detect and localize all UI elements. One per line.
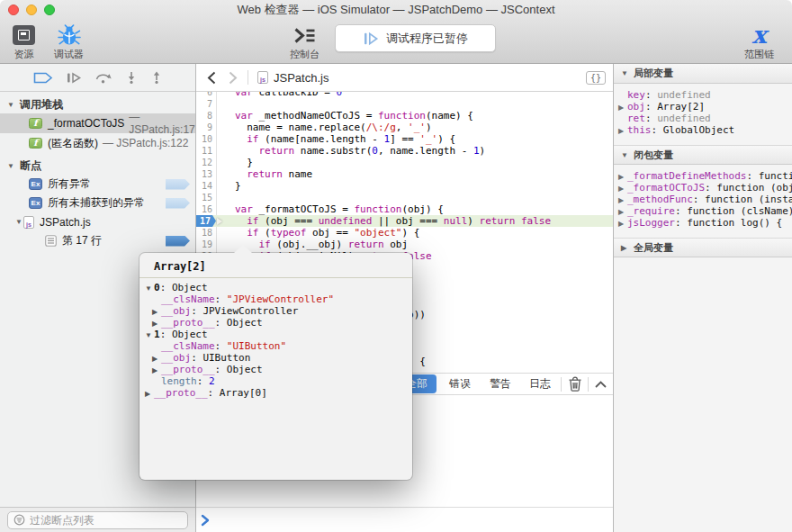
toolbar: 资源 调试器 (0, 20, 792, 64)
popover-property-row[interactable]: ▶__obj: JPViewController (140, 305, 412, 317)
call-stack-frame[interactable]: f(匿名函数)— JSPatch.js:122 (0, 133, 195, 153)
popover-property-row[interactable]: ▼0: Object (140, 282, 412, 293)
code-text (216, 98, 235, 110)
code-line: 18 if (typeof obj == "object") { (196, 227, 613, 239)
variable-name: key (627, 89, 645, 101)
breakpoint-row[interactable]: 第 17 行 (0, 231, 195, 250)
variable-row[interactable]: ▶this: GlobalObject (614, 124, 792, 136)
popover-rows: ▼0: Object __clsName: "JPViewController"… (140, 278, 412, 399)
breakpoint-filter-field[interactable] (7, 511, 188, 529)
line-number: 10 (196, 133, 216, 145)
frame-location: — JSPatch.js:17 (129, 111, 195, 136)
console-tab[interactable]: 控制台 (290, 23, 320, 61)
code-line: 13 return name (196, 168, 613, 180)
popover-title: Array[2] (140, 253, 412, 278)
debugger-tab[interactable]: 调试器 (54, 23, 84, 61)
collapse-console-button[interactable] (594, 380, 608, 389)
scope-section-title: 全局变量 (634, 241, 673, 255)
code-line: 8var _methodNameOCToJS = function(name) … (196, 110, 613, 122)
scope-chain-tab[interactable]: x 范围链 (744, 23, 774, 61)
popover-property-row[interactable]: ▶__proto__: Object (140, 317, 412, 329)
breakpoint-label: JSPatch.js (40, 216, 91, 229)
pretty-print-button[interactable]: {} (586, 71, 606, 85)
clear-console-button[interactable] (568, 376, 582, 392)
breakpoint-row[interactable]: Ex所有未捕获到的异常 (0, 194, 195, 212)
code-line: 14} (196, 180, 613, 192)
step-out-button[interactable] (150, 71, 163, 84)
scope-section-header[interactable]: ▼局部变量 (614, 64, 792, 84)
line-list-icon (45, 235, 57, 247)
current-execution-line: 17 if (obj === undefined || obj === null… (196, 215, 613, 227)
variable-row[interactable]: ▶_require: function (clsName) (614, 205, 792, 217)
continue-button[interactable] (66, 72, 82, 84)
popover-property-row[interactable]: ▶__proto__: Array[0] (140, 387, 412, 399)
toggle-breakpoints-button[interactable] (33, 72, 53, 84)
breakpoint-filter-input[interactable] (30, 514, 182, 527)
disclosure-open-icon: ▼ (7, 162, 15, 170)
line-number: 8 (196, 110, 216, 122)
scope-section-header[interactable]: ▼闭包变量 (614, 145, 792, 165)
code-line: 19 if (obj.__obj) return obj (196, 239, 613, 250)
variable-value: undefined (657, 113, 711, 124)
breakpoint-flag[interactable] (166, 179, 190, 190)
code-line: 12 } (196, 157, 613, 168)
forward-button[interactable] (229, 71, 238, 85)
variable-name: _methodFunc (627, 194, 693, 205)
line-17-breakpoint[interactable]: 17 (196, 215, 216, 227)
breakpoint-row[interactable]: ▼jsJSPatch.js (0, 212, 195, 231)
disclosure-closed-icon: ▶ (618, 171, 627, 182)
variable-row[interactable]: ▶jsLogger: function log() { (614, 217, 792, 229)
resources-tab[interactable]: 资源 (13, 23, 35, 61)
disclosure-open-icon: ▼ (621, 69, 629, 77)
console-prompt[interactable] (196, 507, 613, 532)
call-stack-frame[interactable]: f_formatOCToJS— JSPatch.js:17 (0, 113, 195, 133)
breakpoint-row[interactable]: Ex所有异常 (0, 175, 195, 194)
disclosure-open-icon: ▼ (7, 101, 15, 109)
exception-icon: Ex (29, 197, 42, 209)
file-breadcrumb[interactable]: js JSPatch.js (257, 71, 328, 85)
code-text: return name (216, 168, 312, 180)
breakpoint-flag[interactable] (166, 236, 190, 247)
breakpoint-flag[interactable] (166, 198, 190, 209)
popover-property-row[interactable]: ▶__proto__: Object (140, 364, 412, 375)
exception-icon: Ex (29, 178, 42, 190)
variable-value: Array[2] (657, 101, 705, 113)
breakpoints-header[interactable]: ▼ 断点 (0, 157, 195, 175)
popover-property-row[interactable]: ▶__obj: UIButton (140, 352, 412, 364)
code-line: 9 name = name.replace(/\:/g, '_') (196, 122, 613, 133)
popover-property-row[interactable]: ▼1: Object (140, 329, 412, 340)
variable-value: functi (759, 170, 792, 182)
variable-row[interactable]: ▶obj: Array[2] (614, 101, 792, 113)
disclosure-open-icon: ▼ (15, 218, 23, 226)
navbar-divider (248, 70, 248, 85)
step-over-button[interactable] (94, 71, 112, 84)
object-popover: Array[2] ▼0: Object __clsName: "JPViewCo… (140, 253, 412, 480)
disclosure-closed-icon: ▶ (618, 218, 627, 229)
step-into-button[interactable] (125, 71, 138, 84)
breakpoint-label: 所有异常 (48, 176, 91, 192)
console-filter-2[interactable]: 警告 (490, 376, 511, 392)
console-filter-1[interactable]: 错误 (449, 376, 471, 392)
disclosure-open-icon: ▼ (621, 151, 629, 159)
variable-row[interactable]: ▶_methodFunc: function (insta (614, 194, 792, 205)
line-number: 16 (196, 203, 216, 215)
scope-section-header[interactable]: ▶全局变量 (614, 238, 792, 257)
debugger-paused-button[interactable]: 调试程序已暂停 (335, 24, 496, 52)
frame-name: (匿名函数) (48, 136, 98, 151)
code-text: } (216, 157, 253, 168)
scope-section-body: ▶_formatDefineMethods: functi▶_formatOCT… (614, 165, 792, 238)
variable-value: function (insta (705, 194, 792, 205)
scope-chain-label: 范围链 (744, 48, 774, 61)
variable-value: function log() { (687, 217, 782, 229)
breakpoint-label: 第 17 行 (62, 233, 102, 248)
breakpoints-title: 断点 (20, 158, 41, 174)
back-button[interactable] (207, 71, 216, 85)
sidebar-bottom-bar (0, 507, 195, 532)
variable-row[interactable]: ▶_formatDefineMethods: functi (614, 170, 792, 182)
call-stack-title: 调用堆栈 (20, 97, 63, 113)
line-number: 12 (196, 157, 216, 168)
line-number: 9 (196, 122, 216, 133)
console-filter-3[interactable]: 日志 (529, 376, 551, 392)
variable-row[interactable]: ▶_formatOCToJS: function (obj (614, 182, 792, 194)
code-line: 6var callbackID = 0 (196, 92, 613, 98)
